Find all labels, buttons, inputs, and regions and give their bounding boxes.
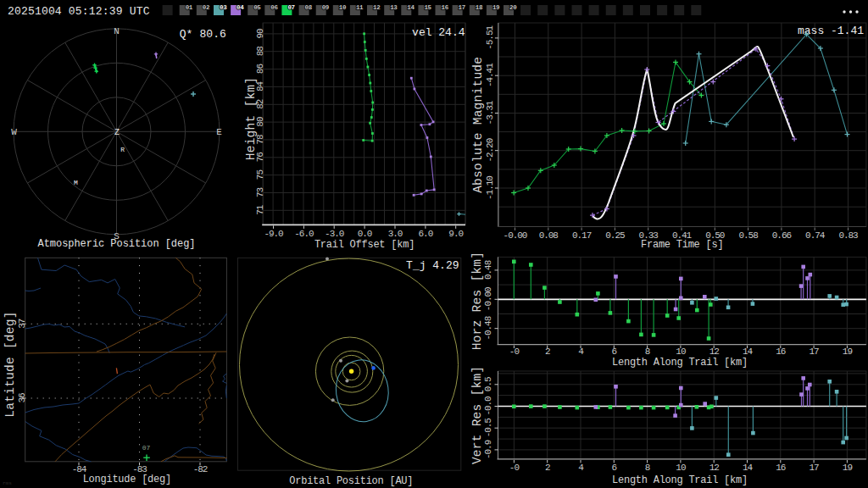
svg-text:11: 11 (356, 4, 364, 11)
svg-text:0.25: 0.25 (605, 230, 625, 241)
svg-text:-9.0: -9.0 (264, 229, 283, 239)
svg-text:-4.41: -4.41 (485, 63, 495, 87)
svg-text:08: 08 (305, 4, 313, 11)
svg-text:8: 8 (645, 463, 650, 473)
svg-text:Atmospheric Position [deg]: Atmospheric Position [deg] (38, 238, 196, 250)
svg-text:17: 17 (459, 4, 465, 11)
svg-text:0.83: 0.83 (838, 230, 858, 241)
svg-text:vel 24.4: vel 24.4 (412, 26, 465, 39)
svg-text:10: 10 (339, 4, 347, 11)
svg-text:17: 17 (810, 347, 820, 357)
svg-text:36: 36 (17, 393, 27, 403)
svg-text:0.48: 0.48 (483, 260, 493, 280)
svg-text:8: 8 (645, 347, 650, 357)
svg-text:09: 09 (322, 4, 330, 11)
svg-text:71: 71 (255, 204, 265, 215)
svg-text:M: M (74, 179, 78, 186)
svg-text:13: 13 (390, 4, 398, 11)
svg-text:Orbital Position [AU]: Orbital Position [AU] (289, 475, 413, 487)
svg-text:-5.51: -5.51 (485, 25, 495, 50)
svg-text:17: 17 (810, 463, 820, 473)
svg-text:-6.0: -6.0 (294, 229, 314, 239)
svg-text:rms: rms (3, 480, 12, 486)
svg-text:-2.20: -2.20 (485, 138, 495, 162)
svg-text:0.74: 0.74 (805, 230, 826, 241)
svg-text:Frame Time [s]: Frame Time [s] (641, 239, 723, 251)
svg-text:W: W (11, 127, 17, 137)
svg-text:0.66: 0.66 (772, 230, 792, 241)
svg-text:Length Along Trail [km]: Length Along Trail [km] (612, 474, 748, 486)
svg-text:3.0: 3.0 (388, 229, 403, 239)
svg-text:-0: -0 (509, 463, 520, 473)
svg-text:0.0: 0.0 (358, 229, 372, 239)
svg-text:16: 16 (776, 463, 786, 473)
svg-text:-0.0: -0.0 (483, 396, 493, 416)
svg-text:20251004 05:12:39 UTC: 20251004 05:12:39 UTC (8, 5, 150, 18)
svg-text:0.17: 0.17 (572, 230, 592, 241)
svg-text:14: 14 (743, 347, 754, 357)
svg-text:-82: -82 (193, 464, 208, 474)
svg-text:Latitude [deg]: Latitude [deg] (3, 311, 17, 417)
svg-text:Z: Z (114, 128, 120, 137)
svg-text:10: 10 (676, 347, 686, 357)
svg-text:-0.00: -0.00 (504, 230, 527, 241)
svg-text:12: 12 (709, 463, 720, 473)
svg-text:19: 19 (492, 4, 500, 11)
svg-text:16: 16 (442, 4, 449, 11)
svg-text:03: 03 (220, 4, 227, 11)
svg-text:02: 02 (203, 4, 210, 11)
svg-text:-0.5: -0.5 (483, 419, 493, 438)
svg-text:37: 37 (17, 319, 27, 329)
svg-text:0.5: 0.5 (483, 377, 493, 391)
svg-text:Absolute Magnitude: Absolute Magnitude (471, 57, 485, 193)
svg-text:01: 01 (186, 4, 193, 11)
svg-text:06: 06 (270, 4, 278, 11)
svg-text:90: 90 (255, 29, 265, 39)
svg-text:14: 14 (407, 4, 415, 11)
svg-text:19: 19 (843, 347, 853, 357)
svg-text:75: 75 (255, 170, 265, 180)
svg-text:15: 15 (424, 4, 431, 11)
svg-text:-0.48: -0.48 (483, 316, 493, 340)
svg-text:T_j 4.29: T_j 4.29 (406, 259, 459, 272)
svg-text:R: R (120, 146, 125, 153)
svg-text:19: 19 (843, 463, 853, 473)
svg-text:04: 04 (236, 4, 244, 11)
svg-text:Trail Offset [km]: Trail Offset [km] (314, 239, 415, 251)
svg-text:-1.10: -1.10 (485, 176, 495, 200)
svg-text:Horz Res [km]: Horz Res [km] (470, 252, 484, 350)
svg-text:73: 73 (255, 188, 265, 198)
svg-text:14: 14 (743, 463, 754, 473)
svg-text:0.58: 0.58 (738, 230, 758, 241)
svg-text:6: 6 (612, 463, 617, 473)
svg-text:Longitude [deg]: Longitude [deg] (83, 474, 171, 485)
svg-text:20: 20 (509, 4, 517, 11)
svg-text:18: 18 (476, 4, 483, 11)
svg-text:-0.9: -0.9 (483, 440, 493, 459)
svg-text:-0: -0 (509, 347, 520, 357)
svg-text:2: 2 (545, 463, 550, 473)
svg-text:12: 12 (709, 347, 720, 357)
svg-text:-0.00: -0.00 (483, 287, 493, 311)
svg-text:0.08: 0.08 (539, 230, 559, 241)
svg-text:12: 12 (373, 4, 381, 11)
svg-text:6: 6 (612, 347, 617, 357)
svg-text:-3.31: -3.31 (485, 100, 495, 125)
svg-text:E: E (216, 127, 222, 137)
svg-text:16: 16 (776, 347, 786, 357)
svg-text:6.0: 6.0 (419, 229, 433, 239)
svg-text:2: 2 (545, 347, 550, 357)
svg-text:Height [km]: Height [km] (244, 77, 258, 160)
svg-text:Q* 80.6: Q* 80.6 (180, 28, 226, 41)
svg-text:05: 05 (253, 4, 261, 11)
svg-text:86: 86 (255, 64, 265, 75)
svg-text:10: 10 (676, 463, 686, 473)
svg-text:Vert Res [km]: Vert Res [km] (470, 366, 484, 464)
svg-text:07: 07 (287, 4, 294, 11)
svg-text:N: N (114, 26, 120, 36)
svg-text:07: 07 (142, 444, 151, 452)
svg-text:88: 88 (255, 47, 265, 57)
svg-text:-3.0: -3.0 (325, 229, 344, 239)
svg-text:Length Along Trail [km]: Length Along Trail [km] (612, 357, 748, 369)
svg-text:9.0: 9.0 (448, 229, 463, 239)
